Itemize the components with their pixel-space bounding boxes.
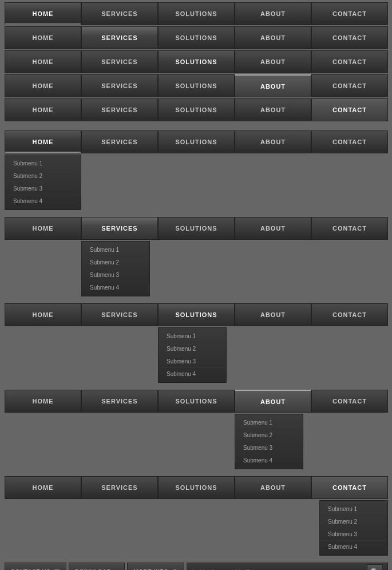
nav-contact-row2[interactable]: CONTACT xyxy=(311,26,388,49)
submenu-item[interactable]: Submenu 4 xyxy=(320,541,387,553)
search-container: 🔍 xyxy=(187,563,388,570)
nav-contact-dd3[interactable]: CONTACT xyxy=(311,303,388,326)
nav-about-dd1[interactable]: ABOUT xyxy=(235,130,311,153)
nav-solutions-row2[interactable]: SOLUTIONS xyxy=(158,26,235,49)
nav-about-dd3[interactable]: ABOUT xyxy=(235,303,311,326)
nav-home-dd2[interactable]: HOME xyxy=(5,217,81,240)
submenu-item[interactable]: Submenu 4 xyxy=(159,368,226,380)
nav-home-dd3[interactable]: HOME xyxy=(5,303,81,326)
submenu-item[interactable]: Submenu 4 xyxy=(5,195,81,207)
nav-home-row5[interactable]: HOME xyxy=(5,98,81,121)
nav-contact-row3[interactable]: CONTACT xyxy=(311,50,388,73)
nav-contact-row4[interactable]: CONTACT xyxy=(311,74,388,97)
nav-services-dd1[interactable]: SERVICES xyxy=(81,130,158,153)
nav-services-dd5[interactable]: SERVICES xyxy=(81,476,158,499)
nav-solutions-dd4[interactable]: SOLUTIONS xyxy=(158,390,235,413)
nav-about-row1[interactable]: ABOUT xyxy=(235,2,311,25)
submenu-item[interactable]: Submenu 2 xyxy=(320,516,387,528)
nav-home-row2[interactable]: HOME xyxy=(5,26,81,49)
nav-contact-row1[interactable]: CONTACT xyxy=(311,2,388,25)
submenu-item[interactable]: Submenu 2 xyxy=(82,256,149,269)
nav-contact-dd2[interactable]: CONTACT xyxy=(311,217,388,240)
nav-home-dd4[interactable]: HOME xyxy=(5,390,81,413)
nav-solutions-dd2[interactable]: SOLUTIONS xyxy=(158,217,235,240)
nav-home-row3[interactable]: HOME xyxy=(5,50,81,73)
nav-services-row4[interactable]: SERVICES xyxy=(81,74,158,97)
nav-bar-dd3: HOME SERVICES SOLUTIONS ABOUT CONTACT xyxy=(5,303,388,326)
submenu-item[interactable]: Submenu 2 xyxy=(5,170,81,183)
dropdown-solutions: Submenu 1 Submenu 2 Submenu 3 Submenu 4 xyxy=(158,327,227,383)
nav-bar-row3: HOME SERVICES SOLUTIONS ABOUT CONTACT xyxy=(5,50,388,73)
nav-contact-row5[interactable]: CONTACT xyxy=(311,98,388,121)
dropdown-contact: Submenu 1 Submenu 2 Submenu 3 Submenu 4 xyxy=(319,500,388,556)
nav-bar-dd1: HOME SERVICES SOLUTIONS ABOUT CONTACT xyxy=(5,130,388,153)
search-icon: 🔍 xyxy=(370,568,379,571)
submenu-item[interactable]: Submenu 4 xyxy=(235,454,303,466)
submenu-item[interactable]: Submenu 3 xyxy=(235,442,303,454)
nav-home-row1[interactable]: HOME xyxy=(5,2,81,25)
nav-services-row3[interactable]: SERVICES xyxy=(81,50,158,73)
submenu-item[interactable]: Submenu 1 xyxy=(82,244,149,256)
submenu-item[interactable]: Submenu 2 xyxy=(235,429,303,442)
info-icon: ◉ xyxy=(172,568,178,570)
nav-services-row5[interactable]: SERVICES xyxy=(81,98,158,121)
dropdown-about: Submenu 1 Submenu 2 Submenu 3 Submenu 4 xyxy=(235,414,303,469)
nav-bar-dd5: HOME SERVICES SOLUTIONS ABOUT CONTACT xyxy=(5,476,388,499)
submenu-item[interactable]: Submenu 3 xyxy=(320,528,387,541)
submenu-item[interactable]: Submenu 3 xyxy=(82,269,149,282)
nav-solutions-row4[interactable]: SOLUTIONS xyxy=(158,74,235,97)
nav-about-dd2[interactable]: ABOUT xyxy=(235,217,311,240)
submenu-item[interactable]: Submenu 3 xyxy=(159,355,226,368)
nav-contact-dd5[interactable]: CONTACT xyxy=(311,476,388,499)
nav-bar-row4: HOME SERVICES SOLUTIONS ABOUT CONTACT xyxy=(5,74,388,97)
more-info-button[interactable]: MORE INFO ◉ xyxy=(127,563,184,570)
nav-home-dd5[interactable]: HOME xyxy=(5,476,81,499)
nav-home-dd1[interactable]: HOME xyxy=(5,130,81,153)
dropdown-services: Submenu 1 Submenu 2 Submenu 3 Submenu 4 xyxy=(81,241,150,296)
download-button[interactable]: DOWNLOAD ▾ xyxy=(69,563,125,570)
submenu-item[interactable]: Submenu 4 xyxy=(82,282,149,294)
submenu-item[interactable]: Submenu 1 xyxy=(159,330,226,343)
nav-services-dd3[interactable]: SERVICES xyxy=(81,303,158,326)
submenu-item[interactable]: Submenu 1 xyxy=(320,503,387,516)
nav-solutions-dd1[interactable]: SOLUTIONS xyxy=(158,130,235,153)
nav-solutions-row1[interactable]: SOLUTIONS xyxy=(158,2,235,25)
nav-solutions-row5[interactable]: SOLUTIONS xyxy=(158,98,235,121)
nav-about-row3[interactable]: ABOUT xyxy=(235,50,311,73)
nav-services-row2[interactable]: SERVICES xyxy=(81,26,158,49)
search-button[interactable]: 🔍 xyxy=(367,564,383,570)
envelope-icon: ✉ xyxy=(54,568,60,570)
submenu-item[interactable]: Submenu 1 xyxy=(5,157,81,170)
chevron-down-icon: ▾ xyxy=(115,568,119,570)
nav-contact-dd4[interactable]: CONTACT xyxy=(311,390,388,413)
nav-home-row4[interactable]: HOME xyxy=(5,74,81,97)
submenu-item[interactable]: Submenu 2 xyxy=(159,343,226,355)
nav-about-dd5[interactable]: ABOUT xyxy=(235,476,311,499)
nav-bar-dd2: HOME SERVICES SOLUTIONS ABOUT CONTACT xyxy=(5,217,388,240)
nav-solutions-row3[interactable]: SOLUTIONS xyxy=(158,50,235,73)
nav-solutions-dd3[interactable]: SOLUTIONS xyxy=(158,303,235,326)
nav-services-dd4[interactable]: SERVICES xyxy=(81,390,158,413)
nav-solutions-dd5[interactable]: SOLUTIONS xyxy=(158,476,235,499)
nav-contact-dd1[interactable]: CONTACT xyxy=(311,130,388,153)
nav-about-row2[interactable]: ABOUT xyxy=(235,26,311,49)
nav-bar-dd4: HOME SERVICES SOLUTIONS ABOUT CONTACT xyxy=(5,390,388,413)
nav-services-row1[interactable]: SERVICES xyxy=(81,2,158,25)
submenu-item[interactable]: Submenu 3 xyxy=(5,183,81,195)
nav-services-dd2[interactable]: SERVICES xyxy=(81,217,158,240)
submenu-item[interactable]: Submenu 1 xyxy=(235,417,303,429)
nav-about-dd4[interactable]: ABOUT xyxy=(235,390,311,413)
nav-bar-row1: HOME SERVICES SOLUTIONS ABOUT CONTACT xyxy=(5,2,388,25)
nav-bar-row2: HOME SERVICES SOLUTIONS ABOUT CONTACT xyxy=(5,26,388,49)
contact-us-button[interactable]: CONTACT US ✉ xyxy=(5,563,66,570)
dropdown-home: Submenu 1 Submenu 2 Submenu 3 Submenu 4 xyxy=(5,155,81,210)
nav-bar-row5: HOME SERVICES SOLUTIONS ABOUT CONTACT xyxy=(5,98,388,121)
nav-about-row4[interactable]: ABOUT xyxy=(235,74,311,97)
nav-about-row5[interactable]: ABOUT xyxy=(235,98,311,121)
